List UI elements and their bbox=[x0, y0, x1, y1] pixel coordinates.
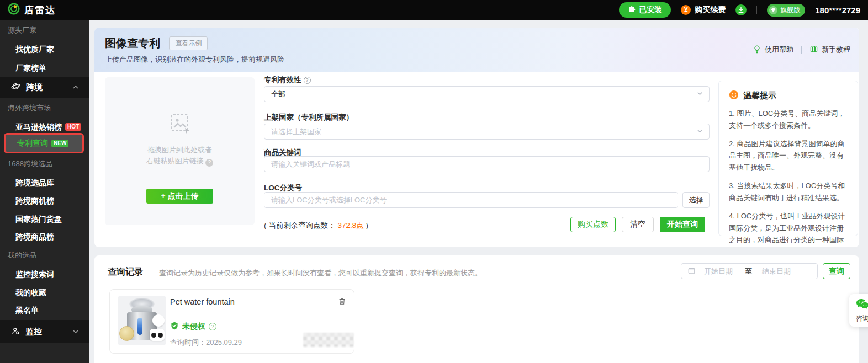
validity-select[interactable]: 全部 bbox=[264, 86, 710, 102]
tutorial-label: 新手教程 bbox=[822, 45, 850, 55]
header-divider bbox=[801, 46, 802, 54]
country-label: 上架国家（专利所属国家） bbox=[264, 113, 353, 122]
sidebar-item-product-rank[interactable]: 跨境商品榜 bbox=[0, 231, 89, 242]
date-range-picker[interactable]: 开始日期 至 结束日期 bbox=[681, 263, 818, 279]
record-status: 未侵权 bbox=[182, 322, 205, 332]
sidebar-item-favorites[interactable]: 我的收藏 bbox=[0, 287, 89, 298]
wechat-icon bbox=[856, 298, 868, 312]
loc-choose-button[interactable]: 选择 bbox=[682, 192, 710, 208]
lightbulb-icon bbox=[753, 45, 761, 55]
sidebar-section-1688: 1688跨境选品 bbox=[0, 158, 89, 169]
records-subtitle: 查询记录为历史记录仅做为参考，如果长时间没有查看，您可以重新提交查询，获得专利的… bbox=[159, 268, 482, 278]
sidebar-item-factory-rank[interactable]: 厂家榜单 bbox=[0, 62, 89, 73]
help-link[interactable]: 使用帮助 bbox=[753, 45, 793, 55]
record-item: Pet water fountain 未侵权 ? 查询时间：2025.09.29 bbox=[109, 289, 354, 354]
loc-input[interactable] bbox=[264, 192, 678, 208]
sidebar-section-overseas: 海外跨境市场 bbox=[0, 103, 89, 114]
download-button[interactable] bbox=[735, 4, 747, 15]
consult-label: 咨询 bbox=[856, 314, 868, 323]
validity-help-icon[interactable]: ? bbox=[304, 77, 311, 84]
app-logo[interactable]: 店雷达 bbox=[8, 3, 56, 17]
yen-coin-icon: ¥ bbox=[681, 5, 691, 15]
main-content: 图像查专利 查看示例 上传产品图像，识别潜在的外观专利风险，提前规避风险 使用帮… bbox=[89, 20, 868, 363]
books-icon bbox=[809, 45, 818, 55]
wechat-consult-widget[interactable]: 咨询 bbox=[849, 294, 868, 327]
sidebar-group-crossborder[interactable]: 跨境 bbox=[0, 77, 89, 98]
sidebar-item-blacklist[interactable]: 黑名单 bbox=[0, 305, 89, 316]
validity-label: 专利有效性 bbox=[264, 75, 301, 85]
sidebar-section-my-picks: 我的选品 bbox=[0, 250, 89, 261]
clear-button[interactable]: 清空 bbox=[622, 217, 654, 232]
image-upload-dropzone[interactable]: 拖拽图片到此处或者 右键粘贴图片链接 ? + 点击上传 bbox=[105, 77, 255, 225]
sidebar: 源头厂家 找优质厂家 厂家榜单 跨境 海外跨境市场 亚马逊热销榜 HOT 专利查… bbox=[0, 20, 89, 363]
keyword-input[interactable] bbox=[264, 156, 710, 172]
delete-record-icon[interactable] bbox=[338, 297, 346, 308]
redacted-blur-area bbox=[303, 333, 354, 347]
installed-label: 已安装 bbox=[639, 5, 662, 15]
help-label: 使用帮助 bbox=[765, 45, 793, 55]
validity-label-row: 专利有效性 ? bbox=[264, 75, 311, 85]
country-placeholder: 请选择上架国家 bbox=[271, 127, 321, 137]
select-chevron-icon bbox=[697, 127, 703, 136]
drag-hint-line1: 拖拽图片到此处或者 bbox=[105, 145, 255, 156]
account-phone[interactable]: 180****2729 bbox=[815, 6, 860, 15]
sidebar-group-monitor[interactable]: 监控 bbox=[0, 320, 89, 343]
installed-button[interactable]: 已安装 bbox=[619, 2, 671, 18]
renew-button[interactable]: ¥ 购买续费 bbox=[681, 5, 726, 15]
records-title: 查询记录 bbox=[108, 266, 143, 278]
record-time: 2025.09.29 bbox=[206, 338, 242, 346]
record-title: Pet water fountain bbox=[170, 297, 235, 306]
hot-badge: HOT bbox=[65, 123, 81, 131]
tip-4: 4. LOC分类号，也叫工业品外观设计国际分类，是为工业品外观设计注册之目的，对… bbox=[729, 210, 848, 247]
app-title: 店雷达 bbox=[24, 4, 56, 17]
sidebar-section-source-factory: 源头厂家 bbox=[0, 25, 89, 36]
tips-panel: 温馨提示 1. 图片、LOC分类号、商品关键词，支持一个或多个搜索条件。 2. … bbox=[718, 81, 858, 236]
drag-hint-line2: 右键粘贴图片链接 bbox=[146, 157, 204, 165]
renew-label: 购买续费 bbox=[695, 5, 726, 15]
tips-title: 温馨提示 bbox=[743, 90, 776, 101]
tip-1: 1. 图片、LOC分类号、商品关键词，支持一个或多个搜索条件。 bbox=[729, 108, 848, 132]
upload-image-icon bbox=[105, 111, 255, 137]
country-select[interactable]: 请选择上架国家 bbox=[264, 124, 710, 140]
crossborder-label: 跨境 bbox=[26, 82, 43, 93]
date-start-placeholder: 开始日期 bbox=[704, 266, 733, 276]
records-query-button[interactable]: 查询 bbox=[823, 263, 850, 279]
date-to-label: 至 bbox=[745, 266, 752, 276]
tutorial-link[interactable]: 新手教程 bbox=[809, 45, 850, 55]
sidebar-item-product-pool[interactable]: 跨境选品库 bbox=[0, 177, 89, 188]
gem-icon bbox=[769, 6, 777, 14]
page-title: 图像查专利 bbox=[105, 36, 160, 51]
topbar: 店雷达 已安装 ¥ 购买续费 旗舰版 180****2729 bbox=[0, 0, 868, 20]
upload-button[interactable]: + 点击上传 bbox=[146, 189, 213, 204]
sidebar-item-country-goods[interactable]: 国家热门货盘 bbox=[0, 213, 89, 225]
smiley-icon bbox=[729, 90, 739, 102]
buy-points-button[interactable]: 购买点数 bbox=[570, 217, 616, 232]
chevron-down-icon bbox=[72, 327, 79, 337]
new-badge: NEW bbox=[51, 140, 68, 147]
page-subtitle: 上传产品图像，识别潜在的外观专利风险，提前规避风险 bbox=[105, 55, 284, 65]
sidebar-item-monitor-keywords[interactable]: 监控搜索词 bbox=[0, 269, 89, 280]
plan-badge-label: 旗舰版 bbox=[780, 6, 800, 15]
status-help-icon[interactable]: ? bbox=[209, 323, 216, 330]
start-search-button[interactable]: 开始查询 bbox=[660, 217, 705, 232]
validity-value: 全部 bbox=[271, 89, 285, 99]
shield-check-icon bbox=[170, 321, 179, 332]
monitor-label: 监控 bbox=[25, 327, 42, 337]
planet-icon bbox=[11, 82, 20, 93]
topbar-divider bbox=[756, 6, 757, 14]
patent-search-card: 图像查专利 查看示例 上传产品图像，识别潜在的外观专利风险，提前规避风险 使用帮… bbox=[94, 28, 859, 247]
date-end-placeholder: 结束日期 bbox=[762, 266, 791, 276]
person-icon bbox=[11, 327, 20, 337]
sidebar-item-patent-search[interactable]: 专利查询 bbox=[17, 138, 48, 148]
query-records-card: 查询记录 查询记录为历史记录仅做为参考，如果长时间没有查看，您可以重新提交查询，… bbox=[94, 255, 859, 363]
view-example-button[interactable]: 查看示例 bbox=[169, 36, 208, 50]
sidebar-item-find-factory[interactable]: 找优质厂家 bbox=[0, 44, 89, 55]
tip-3: 3. 当搜索结果太多时，LOC分类号和商品关键词有助于进行精准结果选。 bbox=[729, 180, 848, 204]
sidebar-item-amazon-hot[interactable]: 亚马逊热销榜 HOT bbox=[0, 121, 89, 132]
radar-logo-icon bbox=[8, 3, 20, 17]
select-chevron-icon bbox=[697, 90, 703, 98]
sidebar-item-business-rank[interactable]: 跨境商机榜 bbox=[0, 195, 89, 206]
product-image[interactable] bbox=[118, 296, 166, 345]
upload-help-icon[interactable]: ? bbox=[205, 159, 213, 167]
page-header-band: 图像查专利 查看示例 上传产品图像，识别潜在的外观专利风险，提前规避风险 使用帮… bbox=[94, 28, 859, 72]
